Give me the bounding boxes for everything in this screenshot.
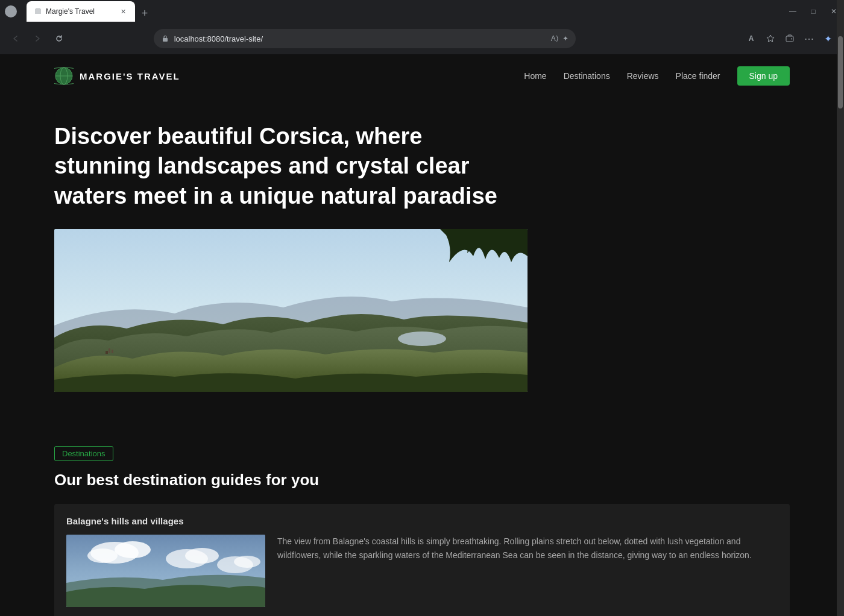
svg-rect-9 [112,350,113,353]
new-tab-button[interactable]: + [136,5,153,22]
nav-destinations[interactable]: Destinations [564,71,610,81]
balagne-image-svg [66,535,265,607]
browser-chrome: Margie's Travel ✕ + — □ ✕ localhost [0,0,844,54]
read-aloud-icon[interactable]: A⟩ [551,34,559,43]
svg-point-3 [791,39,792,40]
lock-icon [161,34,169,43]
url-text: localhost:8080/travel-site/ [174,34,546,43]
scrollbar[interactable] [837,0,844,616]
svg-point-14 [87,548,118,563]
svg-rect-10 [106,351,108,354]
site-navigation: MARGIE'S TRAVEL Home Destinations Review… [0,54,844,98]
svg-point-7 [398,332,446,346]
svg-point-13 [115,541,151,558]
nav-home[interactable]: Home [524,71,546,81]
address-bar[interactable]: localhost:8080/travel-site/ A⟩ ✦ [154,29,576,48]
browser-enhance-icon[interactable]: ✦ [562,34,568,43]
scrollbar-thumb[interactable] [838,36,843,108]
card-title: Balagne's hills and villages [66,516,778,526]
maximize-button[interactable]: □ [808,6,819,17]
favorites-icon[interactable] [762,30,779,47]
logo-text: MARGIE'S TRAVEL [80,71,180,81]
hero-image [54,229,528,392]
card-description: The view from Balagne's coastal hills is… [277,535,778,607]
svg-point-18 [234,556,260,568]
nav-links: Home Destinations Reviews Place finder S… [524,66,790,86]
site-logo[interactable]: MARGIE'S TRAVEL [54,66,180,86]
tab-bar: Margie's Travel ✕ + [22,1,158,22]
corsica-landscape-svg [54,229,528,392]
font-size-icon[interactable]: A [743,30,760,47]
tab-title: Margie's Travel [46,7,115,16]
destination-card: Balagne's hills and villages [54,504,790,616]
address-bar-row: localhost:8080/travel-site/ A⟩ ✦ A ⋯ ✦ [0,23,844,54]
toolbar-actions: A ⋯ ✦ [743,30,837,47]
browser-menu-icon[interactable]: ⋯ [801,30,817,47]
globe-icon [54,66,74,86]
tab-favicon [34,7,42,16]
tab-close-button[interactable]: ✕ [118,7,128,16]
minimize-button[interactable]: — [787,6,798,17]
hero-title: Discover beautiful Corsica, where stunni… [54,122,524,211]
back-button[interactable] [7,30,24,47]
browser-titlebar: Margie's Travel ✕ + — □ ✕ [0,0,844,23]
destinations-badge[interactable]: Destinations [54,446,113,461]
card-image [66,535,265,607]
destinations-section: Destinations Our best destination guides… [0,422,844,616]
reload-button[interactable] [51,30,68,47]
svg-rect-2 [786,36,793,42]
forward-button[interactable] [29,30,46,47]
website-content: MARGIE'S TRAVEL Home Destinations Review… [0,54,844,616]
nav-reviews[interactable]: Reviews [627,71,659,81]
active-tab[interactable]: Margie's Travel ✕ [27,1,135,22]
hero-section: Discover beautiful Corsica, where stunni… [0,98,844,422]
address-bar-icons: A⟩ ✦ [551,34,568,43]
extension-icon[interactable]: ✦ [820,30,837,47]
signup-button[interactable]: Sign up [737,66,790,86]
nav-place-finder[interactable]: Place finder [676,71,720,81]
profile-avatar[interactable] [5,5,17,17]
card-content: The view from Balagne's coastal hills is… [66,535,778,607]
svg-rect-1 [163,38,168,42]
wallet-icon[interactable] [781,30,798,47]
section-title: Our best destination guides for you [54,471,790,489]
svg-rect-8 [109,348,110,353]
svg-point-16 [185,548,219,564]
window-controls: — □ ✕ [787,6,839,17]
